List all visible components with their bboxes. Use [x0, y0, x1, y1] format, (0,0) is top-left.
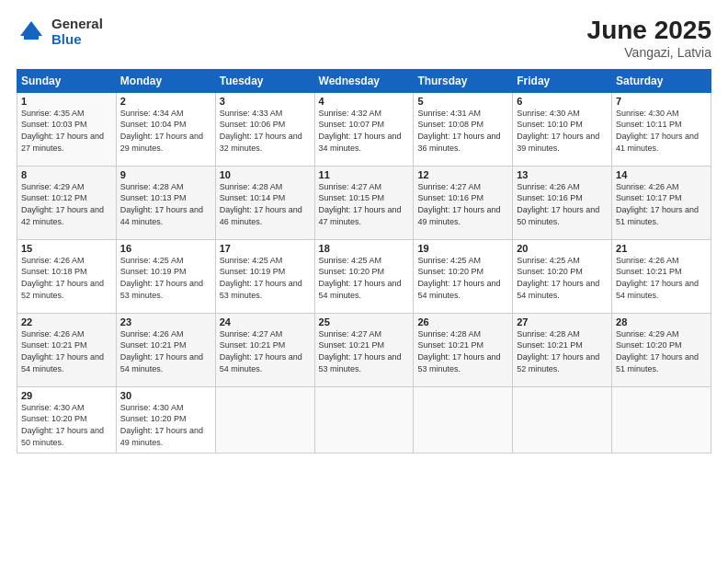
- month-title: June 2025: [587, 17, 711, 45]
- table-row: 26Sunrise: 4:28 AMSunset: 10:21 PMDaylig…: [414, 313, 513, 386]
- col-saturday: Saturday: [612, 69, 711, 92]
- day-info: Sunrise: 4:35 AMSunset: 10:03 PMDaylight…: [21, 108, 112, 154]
- table-row: 21Sunrise: 4:26 AMSunset: 10:21 PMDaylig…: [612, 239, 711, 313]
- day-number: 23: [120, 316, 211, 327]
- day-number: 30: [120, 390, 211, 401]
- table-row: 14Sunrise: 4:26 AMSunset: 10:17 PMDaylig…: [612, 166, 711, 239]
- day-info: Sunrise: 4:30 AMSunset: 10:11 PMDaylight…: [616, 108, 707, 154]
- day-info: Sunrise: 4:26 AMSunset: 10:21 PMDaylight…: [616, 255, 707, 301]
- calendar-week-1: 1Sunrise: 4:35 AMSunset: 10:03 PMDayligh…: [17, 92, 711, 166]
- col-thursday: Thursday: [414, 69, 513, 92]
- location: Vangazi, Latvia: [587, 45, 711, 60]
- day-number: 14: [616, 169, 707, 180]
- day-number: 12: [417, 169, 508, 180]
- day-number: 24: [220, 316, 311, 327]
- day-number: 7: [616, 96, 707, 107]
- day-number: 20: [517, 243, 608, 254]
- day-info: Sunrise: 4:32 AMSunset: 10:07 PMDaylight…: [319, 108, 410, 154]
- table-row: 23Sunrise: 4:26 AMSunset: 10:21 PMDaylig…: [116, 313, 215, 386]
- col-monday: Monday: [116, 69, 215, 92]
- day-number: 19: [417, 243, 508, 254]
- day-number: 13: [517, 169, 608, 180]
- table-row: 29Sunrise: 4:30 AMSunset: 10:20 PMDaylig…: [17, 386, 117, 453]
- svg-rect-1: [24, 36, 39, 40]
- day-info: Sunrise: 4:27 AMSunset: 10:21 PMDaylight…: [319, 328, 410, 374]
- day-number: 27: [517, 316, 608, 327]
- day-number: 8: [21, 169, 112, 180]
- logo-blue: Blue: [51, 32, 103, 48]
- table-row: 1Sunrise: 4:35 AMSunset: 10:03 PMDayligh…: [17, 92, 117, 166]
- table-row: 19Sunrise: 4:25 AMSunset: 10:20 PMDaylig…: [414, 239, 513, 313]
- table-row: [612, 386, 711, 453]
- day-number: 25: [319, 316, 410, 327]
- day-info: Sunrise: 4:29 AMSunset: 10:12 PMDaylight…: [21, 181, 112, 227]
- table-row: 20Sunrise: 4:25 AMSunset: 10:20 PMDaylig…: [513, 239, 612, 313]
- table-row: 9Sunrise: 4:28 AMSunset: 10:13 PMDayligh…: [116, 166, 215, 239]
- col-friday: Friday: [513, 69, 612, 92]
- day-number: 28: [616, 316, 707, 327]
- table-row: 8Sunrise: 4:29 AMSunset: 10:12 PMDayligh…: [17, 166, 117, 239]
- table-row: 12Sunrise: 4:27 AMSunset: 10:16 PMDaylig…: [414, 166, 513, 239]
- day-info: Sunrise: 4:28 AMSunset: 10:13 PMDaylight…: [120, 181, 211, 227]
- calendar-week-3: 15Sunrise: 4:26 AMSunset: 10:18 PMDaylig…: [17, 239, 711, 313]
- table-row: 30Sunrise: 4:30 AMSunset: 10:20 PMDaylig…: [116, 386, 215, 453]
- day-number: 11: [319, 169, 410, 180]
- table-row: 3Sunrise: 4:33 AMSunset: 10:06 PMDayligh…: [215, 92, 314, 166]
- day-info: Sunrise: 4:30 AMSunset: 10:20 PMDaylight…: [21, 402, 112, 448]
- day-number: 9: [120, 169, 211, 180]
- day-number: 1: [21, 96, 112, 107]
- table-row: 27Sunrise: 4:28 AMSunset: 10:21 PMDaylig…: [513, 313, 612, 386]
- day-info: Sunrise: 4:26 AMSunset: 10:18 PMDaylight…: [21, 255, 112, 301]
- svg-marker-0: [20, 21, 42, 36]
- logo: General Blue: [17, 17, 103, 47]
- day-number: 10: [220, 169, 311, 180]
- table-row: 17Sunrise: 4:25 AMSunset: 10:19 PMDaylig…: [215, 239, 314, 313]
- day-number: 22: [21, 316, 112, 327]
- day-number: 16: [120, 243, 211, 254]
- col-wednesday: Wednesday: [314, 69, 414, 92]
- day-info: Sunrise: 4:30 AMSunset: 10:20 PMDaylight…: [120, 402, 211, 448]
- day-number: 4: [319, 96, 410, 107]
- day-number: 3: [220, 96, 311, 107]
- day-number: 21: [616, 243, 707, 254]
- table-row: [414, 386, 513, 453]
- day-info: Sunrise: 4:25 AMSunset: 10:20 PMDaylight…: [319, 255, 410, 301]
- table-row: 11Sunrise: 4:27 AMSunset: 10:15 PMDaylig…: [314, 166, 414, 239]
- day-info: Sunrise: 4:27 AMSunset: 10:21 PMDaylight…: [220, 328, 311, 374]
- table-row: 4Sunrise: 4:32 AMSunset: 10:07 PMDayligh…: [314, 92, 414, 166]
- table-row: 22Sunrise: 4:26 AMSunset: 10:21 PMDaylig…: [17, 313, 117, 386]
- logo-general: General: [51, 17, 103, 32]
- table-row: 18Sunrise: 4:25 AMSunset: 10:20 PMDaylig…: [314, 239, 414, 313]
- day-info: Sunrise: 4:31 AMSunset: 10:08 PMDaylight…: [417, 108, 508, 154]
- calendar-week-5: 29Sunrise: 4:30 AMSunset: 10:20 PMDaylig…: [17, 386, 711, 453]
- day-number: 18: [319, 243, 410, 254]
- day-number: 6: [517, 96, 608, 107]
- table-row: 2Sunrise: 4:34 AMSunset: 10:04 PMDayligh…: [116, 92, 215, 166]
- table-row: 10Sunrise: 4:28 AMSunset: 10:14 PMDaylig…: [215, 166, 314, 239]
- table-row: 16Sunrise: 4:25 AMSunset: 10:19 PMDaylig…: [116, 239, 215, 313]
- table-row: 5Sunrise: 4:31 AMSunset: 10:08 PMDayligh…: [414, 92, 513, 166]
- day-number: 17: [220, 243, 311, 254]
- header: General Blue June 2025 Vangazi, Latvia: [17, 17, 711, 60]
- day-info: Sunrise: 4:30 AMSunset: 10:10 PMDaylight…: [517, 108, 608, 154]
- table-row: 28Sunrise: 4:29 AMSunset: 10:20 PMDaylig…: [612, 313, 711, 386]
- logo-text: General Blue: [51, 17, 103, 47]
- col-tuesday: Tuesday: [215, 69, 314, 92]
- day-number: 5: [417, 96, 508, 107]
- day-info: Sunrise: 4:25 AMSunset: 10:20 PMDaylight…: [417, 255, 508, 301]
- table-row: [215, 386, 314, 453]
- day-info: Sunrise: 4:33 AMSunset: 10:06 PMDaylight…: [220, 108, 311, 154]
- calendar-week-2: 8Sunrise: 4:29 AMSunset: 10:12 PMDayligh…: [17, 166, 711, 239]
- day-info: Sunrise: 4:26 AMSunset: 10:16 PMDaylight…: [517, 181, 608, 227]
- day-info: Sunrise: 4:26 AMSunset: 10:21 PMDaylight…: [120, 328, 211, 374]
- day-number: 2: [120, 96, 211, 107]
- table-row: [314, 386, 414, 453]
- day-info: Sunrise: 4:25 AMSunset: 10:19 PMDaylight…: [220, 255, 311, 301]
- day-number: 26: [417, 316, 508, 327]
- day-info: Sunrise: 4:26 AMSunset: 10:21 PMDaylight…: [21, 328, 112, 374]
- day-info: Sunrise: 4:25 AMSunset: 10:19 PMDaylight…: [120, 255, 211, 301]
- day-info: Sunrise: 4:25 AMSunset: 10:20 PMDaylight…: [517, 255, 608, 301]
- day-info: Sunrise: 4:28 AMSunset: 10:21 PMDaylight…: [517, 328, 608, 374]
- table-row: 15Sunrise: 4:26 AMSunset: 10:18 PMDaylig…: [17, 239, 117, 313]
- day-info: Sunrise: 4:28 AMSunset: 10:21 PMDaylight…: [417, 328, 508, 374]
